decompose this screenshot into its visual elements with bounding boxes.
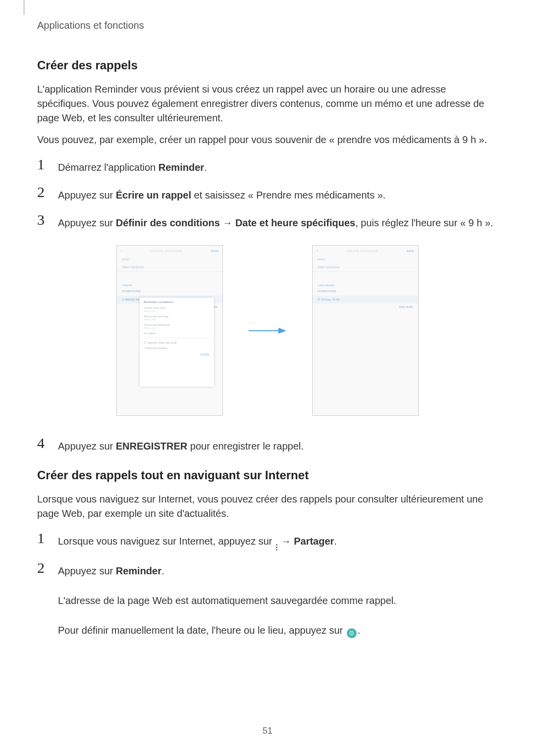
step-text: Démarrez l'application Reminder. [58,157,207,175]
section-heading-creer-rappels: Créer des rappels [37,58,498,72]
page-number: 51 [0,726,535,736]
section1-p1: L'application Reminder vous prévient si … [37,82,498,125]
popup-opt-tomorrow-afternoon: Tomorrow afternoon20 Aug, 12:00 [144,323,210,329]
memo-label: MEMO [313,255,418,262]
step-1-internet: 1 Lorsque vous naviguez sur Internet, ap… [37,531,498,551]
back-icon: ‹ [317,249,318,253]
step-text: Appuyez sur Reminder. L'adresse de la pa… [58,560,396,638]
add-checklist-link: + Add checklist [318,284,413,287]
section-heading-internet: Créer des rappels tout en naviguant sur … [37,468,498,482]
popup-opt-specific-date: ⏱ Specific date and time [144,341,210,344]
popup-opt-tomorrow-morning: Tomorrow morning20 Aug, 08:00 [144,315,210,321]
phone-mockup-left: ‹ CREATE REMINDER SAVE MEMO Take medicin… [116,245,223,416]
screen-title: CREATE REMINDER [346,250,378,252]
step-text: Appuyez sur Définir des conditions → Dat… [58,212,493,230]
conditions-label: CONDITIONS [122,290,149,293]
popup-header: Reminder conditions [144,301,210,303]
phone-mockup-right: ‹ CREATE REMINDER SAVE MEMO Take medicin… [312,245,419,416]
breadcrumb: Applications et fonctions [37,20,498,31]
svg-marker-1 [278,328,286,334]
section2-p1: Lorsque vous naviguez sur Internet, vous… [37,492,498,521]
step-number: 1 [37,157,48,172]
step-number: 2 [37,560,48,575]
conditions-label: CONDITIONS [318,290,344,293]
step2-sub2: Pour définir manuellement la date, l'heu… [58,625,360,636]
step-number: 3 [37,212,48,227]
page-rule [24,0,24,15]
step-text: Appuyez sur ENREGISTRER pour enregistrer… [58,436,304,454]
conditions-popup: Reminder conditions 1 hour from now20 Au… [140,298,214,387]
step-text: Appuyez sur Écrire un rappel et saisisse… [58,185,385,202]
popup-opt-1hour: 1 hour from now20 Aug, 01:14 [144,306,210,312]
memo-label: MEMO [117,255,222,262]
screenshot-mockups: ‹ CREATE REMINDER SAVE MEMO Take medicin… [37,245,498,416]
step-4: 4 Appuyez sur ENREGISTRER pour enregistr… [37,436,498,454]
step-2-internet: 2 Appuyez sur Reminder. L'adresse de la … [37,560,498,638]
step-text: Lorsque vous naviguez sur Internet, appu… [58,531,337,551]
step-number: 1 [37,531,48,546]
step-2: 2 Appuyez sur Écrire un rappel et saisis… [37,185,498,202]
step-number: 2 [37,185,48,200]
step-3: 3 Appuyez sur Définir des conditions → D… [37,212,498,230]
save-action: SAVE [211,250,218,252]
popup-opt-noalerts: No alerts [144,332,210,335]
date-result: ⏱ 20 Aug, 21:00 [318,298,386,301]
hide-more-link: HIDE MORE [313,305,418,308]
step-number: 4 [37,436,48,451]
reminder-text: Take medicine [313,262,418,270]
save-action: SAVE [406,250,414,252]
clock-icon [347,628,357,638]
popup-opt-specific-location: ⌖ Specific location [144,347,210,350]
addlist-link: + Add list [122,284,149,287]
step-1: 1 Démarrez l'application Reminder. [37,157,498,175]
reminder-text: Take medicine [117,262,222,270]
screen-title: CREATE REMINDER [151,250,183,252]
popup-cancel: CANCEL [144,353,210,356]
section1-p2: Vous pouvez, par exemple, créer un rappe… [37,133,498,147]
back-icon: ‹ [121,249,122,253]
arrow-icon [248,326,287,336]
step2-sub1: L'adresse de la page Web est automatique… [58,595,396,606]
more-icon [276,544,277,551]
